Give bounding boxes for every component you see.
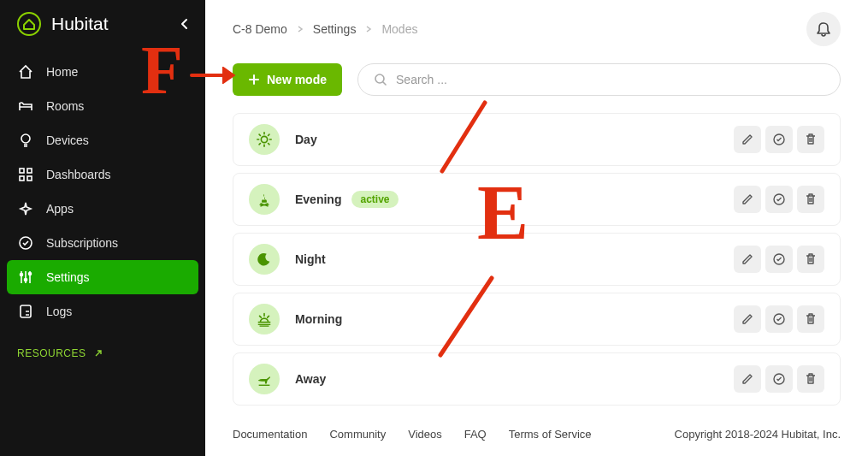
footer-link[interactable]: Terms of Service: [509, 428, 592, 441]
footer-link[interactable]: Documentation: [233, 428, 307, 441]
mode-actions: [734, 186, 824, 213]
edit-button[interactable]: [734, 365, 761, 393]
mode-row: Night: [233, 233, 841, 286]
sidebar-item-dashboards[interactable]: Dashboards: [7, 157, 198, 192]
pencil-icon: [741, 133, 754, 146]
main-panel: C-8 Demo Settings Modes New mode: [205, 0, 868, 456]
edit-button[interactable]: [734, 186, 761, 213]
svg-point-8: [25, 279, 27, 281]
topbar: C-8 Demo Settings Modes: [205, 0, 868, 58]
delete-button[interactable]: [797, 186, 824, 213]
sidebar-item-rooms[interactable]: Rooms: [7, 89, 198, 123]
trash-icon: [804, 133, 818, 146]
nav-label: Rooms: [46, 99, 84, 113]
nav-label: Apps: [46, 202, 74, 216]
sidebar-item-devices[interactable]: Devices: [7, 123, 198, 157]
external-link-icon: [93, 348, 103, 358]
nav-label: Devices: [46, 133, 89, 147]
footer-link[interactable]: Videos: [408, 428, 442, 441]
check-circle-icon: [772, 312, 786, 326]
bed-icon: [17, 98, 34, 115]
chevron-right-icon: [296, 22, 304, 36]
sidebar-item-apps[interactable]: Apps: [7, 192, 198, 226]
activate-button[interactable]: [765, 186, 793, 213]
hubitat-logo-icon: [17, 12, 41, 36]
toolbar: New mode: [233, 63, 841, 96]
notifications-button[interactable]: [806, 12, 841, 46]
activate-button[interactable]: [765, 365, 793, 393]
svg-rect-2: [20, 169, 24, 173]
search-box[interactable]: [357, 63, 841, 96]
sunrise-icon: [249, 304, 280, 335]
svg-line-26: [260, 316, 262, 317]
moon-icon: [249, 244, 280, 275]
mode-row: Morning: [233, 293, 841, 346]
pencil-icon: [741, 372, 754, 386]
delete-button[interactable]: [797, 305, 824, 333]
home-icon: [17, 63, 34, 80]
resources-link[interactable]: RESOURCES: [0, 332, 205, 375]
plane-icon: [249, 364, 280, 394]
svg-line-20: [269, 134, 269, 135]
sidebar-item-home[interactable]: Home: [7, 55, 198, 89]
brand-text: Hubitat: [51, 14, 109, 34]
svg-rect-5: [27, 176, 32, 181]
sidebar: Hubitat Home Rooms: [0, 0, 205, 456]
activate-button[interactable]: [765, 126, 793, 153]
copyright-text: Copyright 2018-2024 Hubitat, Inc.: [675, 428, 841, 441]
svg-line-27: [268, 316, 269, 317]
svg-line-18: [269, 144, 269, 145]
svg-point-7: [21, 274, 23, 276]
delete-button[interactable]: [797, 126, 824, 153]
mode-name: Morning: [295, 312, 342, 326]
check-circle-icon: [772, 252, 786, 266]
sidebar-item-settings[interactable]: Settings: [7, 260, 198, 294]
sun-icon: [249, 124, 280, 155]
footer-link[interactable]: FAQ: [464, 428, 487, 441]
nav-label: Subscriptions: [46, 236, 118, 250]
breadcrumb: C-8 Demo Settings Modes: [233, 22, 417, 36]
sidebar-header: Hubitat: [0, 0, 205, 51]
edit-button[interactable]: [734, 246, 761, 273]
nav-label: Home: [46, 65, 78, 79]
dashboard-icon: [17, 166, 34, 183]
mode-list: Day Evening active: [233, 113, 841, 406]
svg-line-17: [259, 134, 260, 135]
mode-actions: [734, 246, 824, 273]
sidebar-item-logs[interactable]: Logs: [7, 294, 198, 329]
bell-icon: [815, 21, 832, 38]
logs-icon: [17, 303, 34, 320]
sidebar-collapse-button[interactable]: [174, 14, 195, 34]
activate-button[interactable]: [765, 246, 793, 273]
activate-button[interactable]: [765, 305, 793, 333]
pencil-icon: [741, 252, 754, 266]
trash-icon: [804, 252, 818, 266]
mode-row: Day: [233, 113, 841, 166]
search-input[interactable]: [396, 73, 824, 86]
mode-actions: [734, 126, 824, 153]
nav-label: Dashboards: [46, 168, 111, 181]
delete-button[interactable]: [797, 246, 824, 273]
breadcrumb-root[interactable]: C-8 Demo: [233, 22, 287, 36]
nav-label: Settings: [46, 270, 90, 284]
sliders-icon: [17, 269, 34, 286]
chevron-right-icon: [364, 22, 373, 36]
mode-row: Evening active: [233, 173, 841, 226]
new-mode-button[interactable]: New mode: [233, 63, 342, 96]
svg-point-0: [18, 13, 40, 35]
mode-actions: [734, 365, 824, 393]
delete-button[interactable]: [797, 365, 824, 393]
active-badge: active: [351, 191, 398, 208]
logo[interactable]: Hubitat: [17, 12, 109, 36]
edit-button[interactable]: [734, 305, 761, 333]
nav-label: Logs: [46, 305, 72, 318]
footer-link[interactable]: Community: [329, 428, 386, 441]
footer: DocumentationCommunityVideosFAQTerms of …: [205, 412, 868, 456]
campfire-icon: [249, 184, 280, 215]
mode-row: Away: [233, 352, 841, 406]
edit-button[interactable]: [734, 126, 761, 153]
breadcrumb-parent[interactable]: Settings: [313, 22, 357, 36]
svg-rect-3: [27, 169, 32, 173]
sparkle-icon: [17, 200, 34, 217]
sidebar-item-subscriptions[interactable]: Subscriptions: [7, 226, 198, 260]
